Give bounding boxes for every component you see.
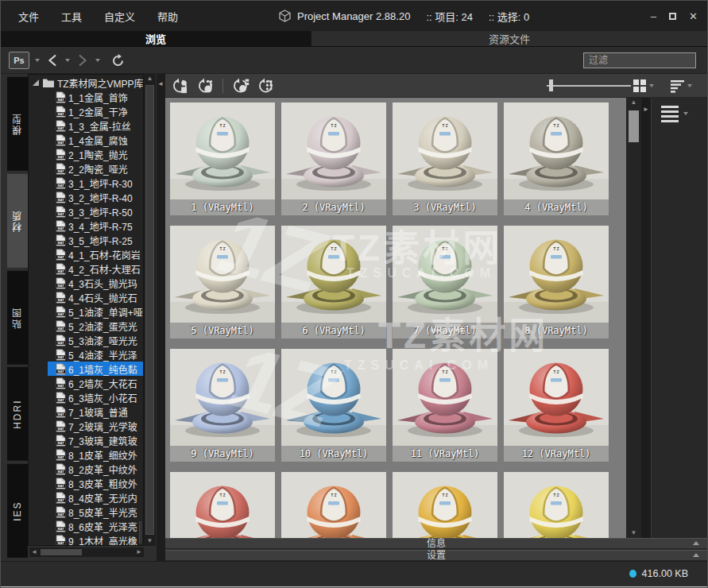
forward-icon[interactable] xyxy=(75,52,90,69)
minimize-button[interactable]: – xyxy=(651,11,656,21)
tree-item[interactable]: MAT1_2金属_干净 xyxy=(29,104,143,118)
menu-item-自定义[interactable]: 自定义 xyxy=(93,9,146,24)
scroll-down-icon[interactable]: ▼ xyxy=(626,528,641,538)
material-thumbnail[interactable]: T Z11 (VRayMtl) xyxy=(393,349,497,462)
refresh-icon[interactable] xyxy=(110,52,125,69)
scroll-up-icon[interactable]: ▲ xyxy=(144,74,156,83)
resize-grip[interactable] xyxy=(139,521,141,544)
menu-item-工具[interactable]: 工具 xyxy=(50,9,93,24)
tree-item[interactable]: MAT5_3油漆_哑光光 xyxy=(29,333,143,347)
tree-item[interactable]: MAT5_4油漆_半光泽 xyxy=(29,347,143,362)
material-thumbnail[interactable]: T Z5 (VRayMtl) xyxy=(170,226,275,338)
grid-vscroll-thumb[interactable] xyxy=(629,110,639,142)
tree-item[interactable]: MAT3_3_地坪-R-50 xyxy=(29,204,143,219)
slider-thumb[interactable] xyxy=(549,79,553,91)
tree-root[interactable]: TZ素材网之VMPP库 xyxy=(29,75,143,90)
tree-item[interactable]: MAT7_3玻璃_建筑玻 xyxy=(29,433,143,447)
tree-item[interactable]: MAT5_1油漆_单调+哑 xyxy=(29,304,143,319)
category-tab-材质[interactable]: 材质 xyxy=(7,174,28,268)
grid-vertical-scrollbar[interactable]: ▲ ▼ xyxy=(626,98,641,538)
tree-item[interactable]: MAT6_3墙灰_小花石 xyxy=(29,390,143,404)
tree-collapse-handle[interactable]: ◄ xyxy=(157,74,165,561)
grid-view-button[interactable] xyxy=(633,79,656,93)
panel-menu-button[interactable] xyxy=(661,106,691,122)
tree-item[interactable]: MAT4_1_石材-花岗岩 xyxy=(29,247,143,261)
apply-material-to-selection-icon[interactable] xyxy=(170,77,190,95)
grid-view-caret-icon[interactable] xyxy=(649,84,654,87)
material-thumbnail[interactable]: T Z4 (VRayMtl) xyxy=(504,103,609,215)
close-button[interactable]: ✕ xyxy=(689,11,698,21)
back-icon[interactable] xyxy=(45,52,60,69)
forward-dropdown-caret-icon[interactable] xyxy=(95,59,100,62)
tree-item[interactable]: MAT4_2_石材-大理石 xyxy=(29,261,143,276)
tree-item[interactable]: MAT4_3石头_抛光玛 xyxy=(29,276,143,290)
category-tab-贴图[interactable]: 贴图 xyxy=(7,271,28,365)
material-thumbnail[interactable]: T Z9 (VRayMtl) xyxy=(170,349,275,462)
tree-item[interactable]: MAT9_1木材_高光橡 xyxy=(29,533,143,546)
tree-item[interactable]: MAT1_4金属_腐蚀 xyxy=(29,133,143,147)
tree-item[interactable]: MAT1_3_金属-拉丝 xyxy=(29,118,143,133)
material-thumbnail[interactable]: T Z3 (VRayMtl) xyxy=(393,103,497,215)
apply-material-to-scene-icon[interactable] xyxy=(195,77,215,95)
tree-item[interactable]: MAT3_4_地坪-R-75 xyxy=(29,219,143,233)
material-thumbnail[interactable]: T Z15 (VRayMtl) xyxy=(393,472,497,538)
expand-twisty-icon[interactable] xyxy=(32,79,40,87)
tree-item[interactable]: MAT4_4石头_抛光石 xyxy=(29,290,143,304)
tree-item[interactable]: MAT6_2墙灰_大花石 xyxy=(29,376,143,390)
maximize-button[interactable] xyxy=(669,13,676,20)
material-thumbnail[interactable]: T Z13 (VRayMtl) xyxy=(170,472,275,538)
rollout-settings[interactable]: 设置 xyxy=(165,550,707,561)
tree-item[interactable]: MAT3_5_地坪-R-25 xyxy=(29,233,143,247)
tree-item[interactable]: MAT6_1墙灰_纯色黏 xyxy=(29,362,143,376)
tree-vertical-scrollbar[interactable]: ▲ ▼ xyxy=(144,74,156,546)
tree-item[interactable]: MAT3_2_地坪-R-40 xyxy=(29,190,143,204)
tree-item[interactable]: MAT2_2陶瓷_哑光 xyxy=(29,161,143,176)
material-thumbnail[interactable]: T Z14 (VRayMtl) xyxy=(281,472,386,538)
scroll-right-icon[interactable]: ► xyxy=(134,547,144,557)
filter-input[interactable] xyxy=(583,52,696,68)
tree-item[interactable]: MAT8_6皮革_光泽亮 xyxy=(29,519,143,533)
scroll-up-icon[interactable]: ▲ xyxy=(626,98,641,107)
tab-resource-files[interactable]: 资源文件 xyxy=(311,31,707,46)
scroll-down-icon[interactable]: ▼ xyxy=(144,536,156,546)
tree-item[interactable]: MAT7_1玻璃_普通 xyxy=(29,404,143,419)
menu-item-帮助[interactable]: 帮助 xyxy=(146,9,189,24)
material-thumbnail[interactable]: T Z8 (VRayMtl) xyxy=(504,226,609,338)
tab-browse[interactable]: 浏览 xyxy=(1,31,311,46)
tree-horizontal-scrollbar[interactable]: ◄ ► xyxy=(29,547,144,557)
photoshop-button[interactable]: Ps xyxy=(9,52,29,69)
material-thumbnail[interactable]: T Z6 (VRayMtl) xyxy=(281,226,386,338)
sort-button[interactable] xyxy=(670,79,694,93)
material-thumbnail[interactable]: T Z16 (VRayMtl) xyxy=(504,472,609,538)
panel-menu-caret-icon[interactable] xyxy=(683,112,688,115)
tree-item[interactable]: MAT2_1陶瓷_抛光 xyxy=(29,147,143,161)
rollout-info[interactable]: 信息 xyxy=(165,538,707,549)
ps-dropdown-caret-icon[interactable] xyxy=(35,59,40,62)
back-dropdown-caret-icon[interactable] xyxy=(65,59,70,62)
menu-item-文件[interactable]: 文件 xyxy=(7,9,50,24)
material-thumbnail[interactable]: T Z10 (VRayMtl) xyxy=(281,349,386,462)
material-thumbnail[interactable]: T Z12 (VRayMtl) xyxy=(504,349,609,462)
material-thumbnail[interactable]: T Z7 (VRayMtl) xyxy=(393,226,497,338)
category-tab-HDRI[interactable]: HDRI xyxy=(7,367,28,461)
material-thumbnail[interactable]: T Z2 (VRayMtl) xyxy=(281,103,386,215)
thumbnail-size-slider[interactable] xyxy=(547,83,631,87)
tree-item[interactable]: MAT8_2皮革_中纹外 xyxy=(29,462,143,476)
scroll-left-icon[interactable]: ◄ xyxy=(29,547,39,557)
tree-vscroll-thumb[interactable] xyxy=(145,85,154,535)
render-all-previews-icon[interactable] xyxy=(256,77,276,95)
tree-item[interactable]: MAT5_2油漆_蛋壳光 xyxy=(29,319,143,333)
material-thumbnail[interactable]: T Z1 (VRayMtl) xyxy=(170,103,275,215)
tree-item[interactable]: MAT8_5皮革_半光亮 xyxy=(29,505,143,519)
sort-caret-icon[interactable] xyxy=(687,84,692,87)
tree-item[interactable]: MAT7_2玻璃_光学玻 xyxy=(29,419,143,433)
category-tab-IES[interactable]: IES xyxy=(7,464,28,558)
slider-track[interactable] xyxy=(547,85,631,87)
tree-item[interactable]: MAT3_1_地坪-R-30 xyxy=(29,176,143,190)
tree-item[interactable]: MAT8_3皮革_粗纹外 xyxy=(29,476,143,490)
render-preview-icon[interactable] xyxy=(230,77,250,95)
side-panel-collapse-handle[interactable]: ► xyxy=(641,98,651,538)
tree-item[interactable]: MAT1_1金属_首饰 xyxy=(29,90,143,104)
tree-item[interactable]: MAT8_4皮革_无光内 xyxy=(29,490,143,505)
tree-item[interactable]: MAT8_1皮革_细纹外 xyxy=(29,447,143,462)
